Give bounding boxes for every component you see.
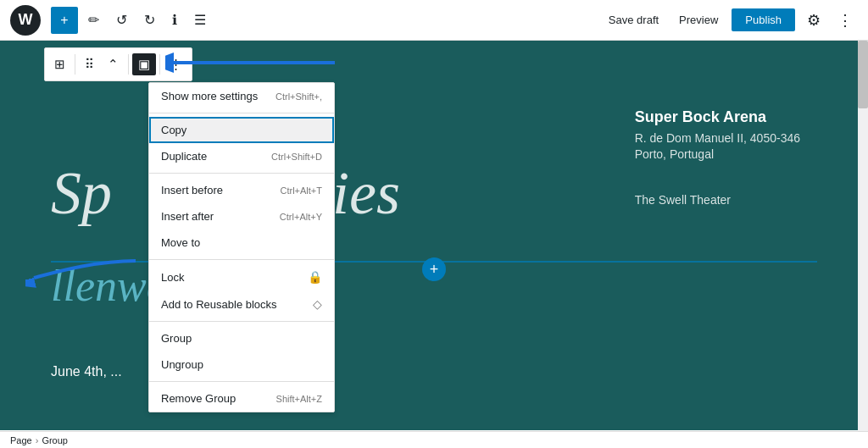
menu-lock[interactable]: Lock 🔒 [149,263,334,290]
menu-show-more-settings[interactable]: Show more settings Ctrl+Shift+, [149,83,334,109]
top-toolbar: W + ✏ ↺ ↻ ℹ ☰ Save draft Preview Publish… [0,0,868,41]
menu-separator-1 [149,113,334,113]
breadcrumb-separator: › [36,435,39,445]
main-content: Sp eries Super Bock Arena R. de Dom Manu… [0,41,868,431]
toolbar-right: Save draft Preview Publish ⚙ ⋮ [602,8,858,33]
settings-gear-icon[interactable]: ⚙ [802,8,826,33]
event-city: Porto, Portugal [635,147,800,161]
info-button[interactable]: ℹ [165,7,184,33]
add-block-plus-button[interactable]: + [422,257,446,281]
list-view-button[interactable]: ☰ [187,7,213,33]
event-date: June 4th, ... [51,364,122,379]
menu-insert-after[interactable]: Insert after Ctrl+Alt+Y [149,203,334,230]
add-block-button[interactable]: + [51,7,78,34]
hero-title-part1: Sp [51,159,112,227]
toolbar-separator-3 [159,54,160,75]
annotation-arrow-left [25,252,161,295]
scrollbar-thumb[interactable] [858,41,868,108]
menu-group[interactable]: Group [149,325,334,351]
edit-icon[interactable]: ✏ [81,7,106,33]
image-block-icon[interactable]: ▣ [132,53,156,75]
preview-button[interactable]: Preview [672,8,725,31]
context-menu: Show more settings Ctrl+Shift+, Copy Dup… [148,82,335,412]
menu-move-to[interactable]: Move to [149,230,334,256]
wordpress-logo[interactable]: W [10,5,41,36]
menu-duplicate[interactable]: Duplicate Ctrl+Shift+D [149,143,334,169]
toolbar-separator-2 [128,54,129,75]
undo-button[interactable]: ↺ [109,7,134,33]
options-dots-icon[interactable]: ⋮ [832,8,858,33]
event-info: Super Bock Arena R. de Dom Manuel II, 40… [635,108,800,207]
event-venue: Super Bock Arena [635,108,800,126]
drag-handle-icon[interactable]: ⠿ [79,53,100,75]
scrollbar[interactable] [858,41,868,448]
menu-copy[interactable]: Copy [149,117,334,143]
breadcrumb: Page › Group [0,431,868,448]
menu-add-reusable[interactable]: Add to Reusable blocks ◇ [149,290,334,318]
menu-separator-3 [149,259,334,260]
toolbar-left: W + ✏ ↺ ↻ ℹ ☰ [10,5,213,36]
event-theater: The Swell Theater [635,193,800,207]
redo-button[interactable]: ↻ [137,7,162,33]
menu-separator-2 [149,173,334,174]
breadcrumb-page[interactable]: Page [10,435,32,445]
publish-button[interactable]: Publish [732,8,795,31]
move-up-down-icon[interactable]: ⌃ [102,53,125,75]
menu-insert-before[interactable]: Insert before Ctrl+Alt+T [149,177,334,203]
menu-separator-5 [149,381,334,382]
canvas-area: Sp eries Super Bock Arena R. de Dom Manu… [0,41,868,431]
event-address: R. de Dom Manuel II, 4050-346 [635,131,800,145]
save-draft-button[interactable]: Save draft [602,8,665,31]
menu-remove-group[interactable]: Remove Group Shift+Alt+Z [149,385,334,412]
breadcrumb-group[interactable]: Group [42,435,68,445]
toolbar-separator [75,54,75,75]
hero-block: Sp eries Super Bock Arena R. de Dom Manu… [0,41,868,430]
menu-separator-4 [149,321,334,322]
group-block-icon[interactable]: ⊞ [48,53,71,75]
menu-ungroup[interactable]: Ungroup [149,351,334,378]
